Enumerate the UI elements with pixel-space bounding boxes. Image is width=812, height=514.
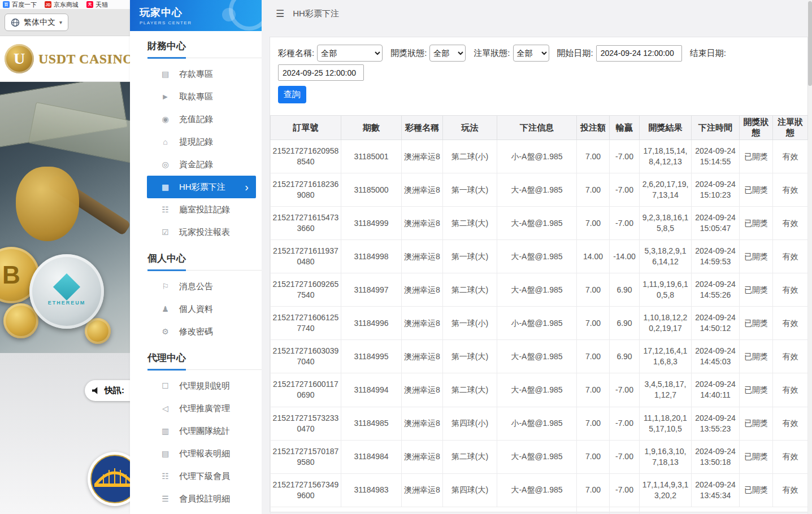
column-header: 訂單號 <box>271 116 341 140</box>
sidebar-item-label: 資金記錄 <box>179 159 213 170</box>
table-cell: 有效 <box>773 140 808 173</box>
table-cell: -7.00 <box>610 373 640 407</box>
table-cell: 31184999 <box>341 207 402 240</box>
profile-icon: ♟ <box>160 304 170 313</box>
sidebar-item[interactable]: ▦HH彩票下注› <box>147 176 256 198</box>
bookmark-item[interactable]: 天天猫 <box>86 1 108 9</box>
language-selector[interactable]: 繁体中文 ▾ <box>5 14 68 31</box>
table-cell: 6.90 <box>610 340 640 373</box>
table-cell: -7.00 <box>610 473 640 507</box>
section-heading: 個人中心 <box>147 252 262 265</box>
table-cell: 17,18,15,14,8,4,12,13 <box>640 140 692 173</box>
member-bets-icon: ☰ <box>160 494 170 503</box>
table-row: 215217271611937048031184998澳洲幸运8第一球(大)大-… <box>271 240 808 273</box>
table-cell: 31184997 <box>341 273 402 307</box>
sidebar-item[interactable]: ►取款專區 <box>130 85 262 108</box>
table-cell: 2152172716092657540 <box>271 273 341 307</box>
table-cell: 有效 <box>773 473 808 507</box>
lottery-name-select[interactable]: 全部 <box>317 45 383 62</box>
sidebar-item[interactable]: ▤代理報表明細 <box>130 442 262 465</box>
column-header: 投注額 <box>577 116 610 140</box>
table-cell: 已開獎 <box>740 240 773 273</box>
agent-rules-icon: ☐ <box>160 381 170 390</box>
sidebar-item[interactable]: ◎資金記錄 <box>130 153 262 176</box>
site-logo-text[interactable]: USDT CASINO <box>38 51 130 67</box>
table-cell: 2024-09-24 15:10:23 <box>692 173 740 207</box>
hero-photo: B ETHEREUM <box>0 82 130 353</box>
table-row: 215217271600117069031184994澳洲幸运8第二球(大)大-… <box>271 373 808 407</box>
table-cell: 2024-09-24 13:45:34 <box>692 473 740 507</box>
draw-status-select[interactable]: 全部 <box>429 45 466 62</box>
section-heading: 代理中心 <box>147 351 262 364</box>
baidu-icon: 百 <box>3 1 10 8</box>
table-cell: 有效 <box>773 373 808 407</box>
bookmark-item[interactable]: 百百度一下 <box>3 1 37 9</box>
sidebar-item[interactable]: ♟個人資料 <box>130 298 262 320</box>
jd-icon: JD <box>45 1 51 8</box>
table-cell: 2152172715673499600 <box>271 473 341 507</box>
end-date-input[interactable] <box>278 64 364 81</box>
sidebar-item[interactable]: ⌂提現記錄 <box>130 130 262 153</box>
sidebar-item[interactable]: ▧會員交易明細 <box>130 510 262 514</box>
table-cell: 2152172716001170690 <box>271 373 341 407</box>
sidebar-item[interactable]: ▤存款專區 <box>130 63 262 85</box>
bookmark-item[interactable]: JD京东商城 <box>45 1 79 9</box>
table-cell: 澳洲幸运8 <box>402 140 443 173</box>
sidebar-item-label: 廳室投註記錄 <box>179 204 230 215</box>
sidebar-item[interactable]: ☷代理下級會員 <box>130 465 262 487</box>
table-cell: 第二球(大) <box>443 440 497 473</box>
scrollbar-thumb[interactable] <box>808 1 812 86</box>
sidebar-item[interactable]: ◉充值記錄 <box>130 108 262 130</box>
section-underline <box>147 270 262 271</box>
scrollbar-track[interactable] <box>808 0 812 514</box>
ethereum-coin-icon: ETHEREUM <box>29 254 104 329</box>
table-cell: 已開獎 <box>740 140 773 173</box>
sidebar-item[interactable]: ⚐消息公告 <box>130 275 262 298</box>
table-cell: 第二球(大) <box>443 273 497 307</box>
draw-status-label: 開獎狀態: <box>390 48 427 59</box>
sidebar-item[interactable]: ☐代理規則說明 <box>130 374 262 397</box>
table-cell: 大-A盤@1.985 <box>497 440 577 473</box>
start-date-input[interactable] <box>596 45 682 62</box>
table-cell: 6.90 <box>610 273 640 307</box>
logo-initial: U <box>14 50 25 68</box>
sidebar-item[interactable]: ▥代理團隊統計 <box>130 420 262 442</box>
table-row: 215217271606125774031184996澳洲幸运8第一球(小)小-… <box>271 307 808 340</box>
sidebar-item[interactable]: ⚙修改密碼 <box>130 320 262 343</box>
table-cell: 31184994 <box>341 373 402 407</box>
table-cell: 有效 <box>773 240 808 273</box>
sidebar-item[interactable]: ☷廳室投註記錄 <box>130 198 262 221</box>
news-ticker[interactable]: 快訊: <box>85 380 130 401</box>
sidebar-item[interactable]: ☰會員投註明細 <box>130 487 262 510</box>
order-status-label: 注單狀態: <box>474 48 510 59</box>
table-cell: 大-A盤@1.985 <box>497 173 577 207</box>
sidebar-item-label: 會員投註明細 <box>179 494 230 504</box>
table-cell: 澳洲幸运8 <box>402 407 443 440</box>
sidebar-item[interactable]: ◁代理推廣管理 <box>130 397 262 420</box>
agent-promo-icon: ◁ <box>160 404 170 413</box>
password-icon: ⚙ <box>160 327 170 336</box>
table-cell: 31184985 <box>341 407 402 440</box>
table-cell: 第一球(小) <box>443 307 497 340</box>
menu-toggle-icon[interactable]: ☰ <box>276 8 284 20</box>
sidebar-item[interactable]: ☑玩家投注報表 <box>130 221 262 243</box>
table-cell: 澳洲幸运8 <box>402 473 443 507</box>
summary-bet-total: 84.00 <box>577 507 610 514</box>
query-button[interactable]: 查詢 <box>278 86 306 103</box>
table-cell: 澳洲幸运8 <box>402 340 443 373</box>
table-cell: 已開獎 <box>740 207 773 240</box>
chevron-down-icon: ▾ <box>59 19 62 25</box>
table-cell: 7.00 <box>577 273 610 307</box>
sidebar-item-label: 存款專區 <box>179 69 213 80</box>
table-cell: 11,1,18,20,15,17,10,5 <box>640 407 692 440</box>
order-status-select[interactable]: 全部 <box>513 45 549 62</box>
globe-icon <box>11 18 20 27</box>
withdraw-icon: ► <box>160 92 170 101</box>
table-cell: 9,2,3,18,16,15,8,5 <box>640 207 692 240</box>
announcement-icon: ⚐ <box>160 282 170 291</box>
column-header: 彩種名稱 <box>402 116 443 140</box>
summary-label: 當前頁統計 <box>271 507 577 514</box>
sidebar-item-label: 修改密碼 <box>179 326 213 337</box>
sidebar-item-label: 取款專區 <box>179 92 213 102</box>
end-date-label: 结束日期: <box>690 48 726 59</box>
